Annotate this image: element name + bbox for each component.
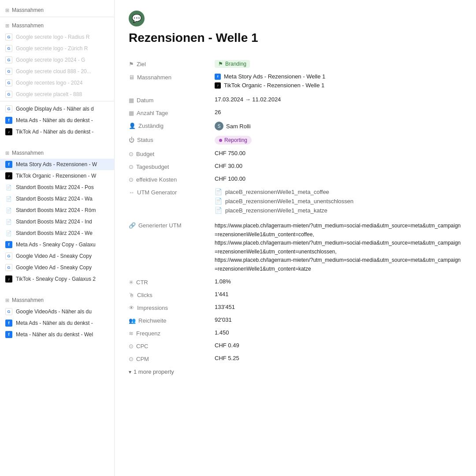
- grid-icon-2: ⊞: [5, 23, 9, 29]
- prop-value-budget: CHF 750.00: [215, 150, 462, 156]
- massnahmen-item-meta: f Meta Story Ads - Rezensionen - Welle 1: [215, 73, 462, 80]
- utm-item-2[interactable]: 📄 placeB_rezensionenWelle1_meta_unentsch…: [215, 197, 462, 205]
- list-item[interactable]: G Google secrete logo - Radius R: [0, 31, 114, 43]
- page-icon: 💬: [129, 11, 145, 26]
- item-label: Standort Boosts März 2024 - Pos: [16, 184, 94, 190]
- prop-value-ctr: 1.08%: [215, 278, 462, 285]
- prop-effektive-kosten: ⊙ effektive Kosten CHF 100.00: [129, 173, 462, 186]
- list-item[interactable]: 📄 Standort Boosts März 2024 - Wa: [0, 193, 114, 205]
- sidebar-section-header-2: ⊞ Massnahmen: [0, 19, 114, 31]
- flag-icon: ⚑: [129, 61, 134, 67]
- prop-value-clicks: 1'441: [215, 291, 462, 298]
- list-item[interactable]: G Google secrete logo 2024 - G: [0, 54, 114, 66]
- list-item[interactable]: f Meta Ads - Näher als du denkst -: [0, 317, 114, 329]
- item-label: Meta Ads - Sneaky Copy - Galaxu: [16, 242, 96, 248]
- prop-label-massnahmen: 🖥 Massnahmen: [129, 73, 215, 81]
- page-title: Rezensionen - Welle 1: [129, 31, 462, 45]
- doc-icon: 📄: [5, 230, 12, 237]
- grid-icon-4: ⊞: [5, 150, 9, 156]
- prop-massnahmen: 🖥 Massnahmen f Meta Story Ads - Rezensio…: [129, 71, 462, 93]
- prop-label-ctr: ✳ CTR: [129, 278, 215, 286]
- meta-icon: f: [5, 161, 12, 168]
- list-item[interactable]: ♪ TikTok Ad - Näher als du denkst -: [0, 126, 114, 138]
- doc-icon: 📄: [215, 197, 222, 205]
- prop-ziel: ⚑ Ziel ⚑ Branding: [129, 57, 462, 71]
- grid-icon: ⊞: [5, 7, 9, 13]
- utm-item-3[interactable]: 📄 placeB_rezensionenWelle1_meta_katze: [215, 207, 462, 214]
- prop-label-utm-generator: ↔ UTM Generator: [129, 188, 215, 196]
- list-item[interactable]: 📄 Standort Boosts März 2024 - Ind: [0, 216, 114, 227]
- list-item[interactable]: G Google secrete placelt - 888: [0, 89, 114, 100]
- item-label: Google secrete placelt - 888: [16, 91, 82, 97]
- item-label: Standort Boosts März 2024 - Wa: [16, 196, 93, 202]
- grid-icon-5: ⊞: [5, 298, 9, 303]
- prop-label-zustaendig: 👤 Zuständig: [129, 122, 215, 129]
- link-icon: 🔗: [129, 222, 136, 229]
- prop-label-impressions: 👁 Impressions: [129, 304, 215, 311]
- avatar: S: [215, 122, 223, 130]
- list-item-tiktok-organic[interactable]: ♪ TikTok Organic - Rezensionen - W: [0, 170, 114, 182]
- google-icon: G: [5, 45, 12, 52]
- prop-value-cpc: CHF 0.49: [215, 342, 462, 349]
- utm-item-1[interactable]: 📄 placeB_rezensionenWelle1_meta_coffee: [215, 188, 462, 195]
- sidebar-section-4: ⊞ Massnahmen f Meta Story Ads - Rezensio…: [0, 146, 114, 292]
- cpm-icon: ⊙: [129, 356, 134, 362]
- prop-utm-generator: ↔ UTM Generator 📄 placeB_rezensionenWell…: [129, 186, 462, 219]
- item-label: TikTok Organic - Rezensionen - W: [16, 173, 96, 179]
- prop-label-datum: ▦ Datum: [129, 96, 215, 104]
- item-label: Standort Boosts März 2024 - We: [16, 230, 93, 236]
- list-item[interactable]: f Meta Ads - Näher als du denkst -: [0, 115, 114, 126]
- list-item-meta-story[interactable]: f Meta Story Ads - Rezensionen - W: [0, 159, 114, 170]
- prop-label-reichweite: 👥 Reichweite: [129, 316, 215, 324]
- meta-icon: f: [5, 117, 12, 124]
- google-icon: G: [5, 308, 12, 315]
- prop-value-effektive-kosten: CHF 100.00: [215, 175, 462, 182]
- massnahmen-item-tiktok: ♪ TikTok Organic - Rezensionen - Welle 1: [215, 82, 462, 89]
- list-item-tiktok-sneaky[interactable]: ♪ TikTok - Sneaky Copy - Galaxus 2: [0, 273, 114, 285]
- more-property-label: 1 more property: [134, 368, 174, 375]
- prop-cpc: ⊙ CPC CHF 0.49: [129, 339, 462, 352]
- doc-icon: 📄: [215, 188, 222, 195]
- sidebar-section-label-2: Massnahmen: [12, 22, 44, 29]
- branding-tag: ⚑ Branding: [215, 60, 250, 68]
- sidebar-section-2: ⊞ Massnahmen G Google secrete logo - Rad…: [0, 19, 114, 101]
- ctr-icon: ✳: [129, 279, 134, 286]
- prop-value-status: Reporting: [215, 136, 462, 145]
- list-item-google-video-sneaky[interactable]: G Google Video Ad - Sneaky Copy: [0, 250, 114, 262]
- prop-value-frequenz: 1.450: [215, 329, 462, 336]
- list-item[interactable]: f Meta - Näher als du denkst - Wel: [0, 329, 114, 340]
- list-item[interactable]: 📄 Standort Boosts März 2024 - We: [0, 227, 114, 239]
- item-label: Google Display Ads - Näher als d: [16, 106, 94, 112]
- list-item[interactable]: 📄 Standort Boosts März 2024 - Pos: [0, 182, 114, 193]
- list-item[interactable]: 📄 Standort Boosts März 2024 - Röm: [0, 205, 114, 216]
- list-item-google-video[interactable]: G Google Video Ad - Sneaky Copy: [0, 262, 114, 273]
- prop-label-status: ⏻ Status: [129, 136, 215, 143]
- more-property-toggle[interactable]: ▾ 1 more property: [129, 368, 462, 375]
- item-label: TikTok - Sneaky Copy - Galaxus 2: [16, 276, 96, 282]
- properties-list: ⚑ Ziel ⚑ Branding 🖥 Massnahmen f Meta St…: [129, 57, 462, 375]
- list-item-meta-sneaky[interactable]: f Meta Ads - Sneaky Copy - Galaxu: [0, 239, 114, 250]
- status-badge[interactable]: Reporting: [215, 136, 252, 145]
- prop-label-generierter-utm: 🔗 Generierter UTM: [129, 221, 215, 229]
- prop-label-frequenz: ≋ Frequenz: [129, 329, 215, 337]
- list-item[interactable]: G Google secrete cloud 888 - 20...: [0, 66, 114, 77]
- chevron-down-icon: ▾: [129, 369, 131, 375]
- item-label: TikTok Ad - Näher als du denkst -: [16, 129, 93, 135]
- sidebar-section-header-4: ⊞ Massnahmen: [0, 146, 114, 159]
- item-label: Google secrete logo - Radius R: [16, 34, 89, 40]
- datum-blurred: 17.03.2024 → 11.02.2024: [215, 96, 281, 103]
- doc-icon: 📄: [5, 184, 12, 191]
- list-item[interactable]: G Google secrete logo - Zürich R: [0, 43, 114, 54]
- meta-icon: f: [5, 331, 12, 338]
- sidebar-section-label-1: Massnahmen: [12, 7, 44, 13]
- google-icon: G: [5, 68, 12, 75]
- calendar-icon-2: ▦: [129, 110, 134, 116]
- list-item[interactable]: G Google Display Ads - Näher als d: [0, 103, 114, 115]
- item-label: Meta Ads - Näher als du denkst -: [16, 320, 93, 326]
- prop-label-cpm: ⊙ CPM: [129, 355, 215, 362]
- prop-cpm: ⊙ CPM CHF 5.25: [129, 352, 462, 365]
- list-item[interactable]: G Google VideoAds - Näher als du: [0, 306, 114, 317]
- prop-generierter-utm: 🔗 Generierter UTM https://www.placeb.ch/…: [129, 219, 462, 275]
- list-item[interactable]: G Google recentes logo - 2024: [0, 77, 114, 89]
- google-icon: G: [5, 79, 12, 86]
